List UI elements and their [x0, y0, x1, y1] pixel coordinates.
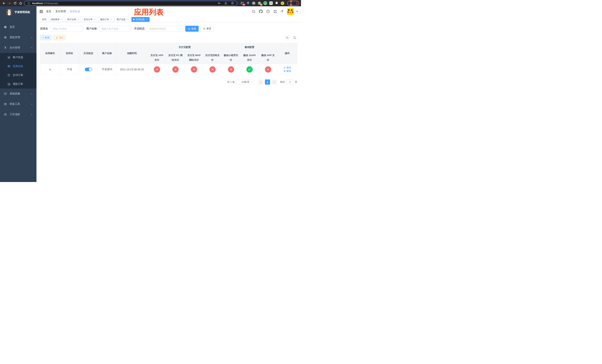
github-icon[interactable] [259, 10, 263, 13]
user-menu-caret-icon[interactable] [296, 11, 298, 12]
sidebar-item-研发工具[interactable]: 研发工具 [0, 99, 36, 109]
back-icon[interactable] [2, 1, 6, 5]
update-label: 更新 [290, 0, 295, 7]
bookmark-star-icon[interactable] [230, 1, 235, 5]
browser-menu-icon[interactable] [297, 2, 297, 5]
sidebar-item-基础设施[interactable]: 基础设施 [0, 88, 36, 99]
gem-extension-icon[interactable] [246, 1, 250, 5]
font-size-icon[interactable]: тT [280, 10, 283, 13]
app-name-input[interactable] [50, 26, 83, 32]
tab-商户信息[interactable]: 商户信息× [115, 17, 130, 22]
profile-avatar-icon[interactable] [281, 1, 284, 5]
sidebar-item-系统管理[interactable]: 系统管理 [0, 32, 36, 43]
adblock-extension-icon[interactable]: 10 [240, 1, 244, 5]
refresh-table-button[interactable] [292, 35, 297, 40]
sidebar-logo[interactable]: 芋道管理系统 [0, 6, 36, 18]
url-path: :1024/pay/app [43, 2, 58, 5]
share-icon[interactable] [224, 1, 228, 5]
reset-button[interactable]: 重置 [201, 26, 214, 32]
search-button-label: 搜索 [191, 27, 196, 30]
tab-close-icon[interactable]: × [127, 18, 129, 21]
tab-退款订单[interactable]: 退款订单× [98, 17, 114, 22]
sidebar-item-支付管理[interactable]: ¥支付管理 [0, 43, 36, 53]
search-button[interactable]: 搜索 [185, 26, 199, 32]
help-icon[interactable]: ? [266, 10, 270, 13]
group-header: 微信配置 [222, 43, 277, 52]
status-select[interactable] [147, 26, 183, 32]
show-search-toggle-button[interactable] [284, 35, 290, 40]
search-icon[interactable] [252, 10, 256, 13]
edit-button[interactable]: 修改 [283, 66, 291, 69]
tab-close-icon[interactable]: × [110, 18, 112, 21]
sidebar-item-退款订单[interactable]: 退款订单 [0, 80, 36, 88]
sub-column-header: 支付宝 WAP 网站支付 [185, 52, 203, 64]
breadcrumb-item[interactable]: 首页 [46, 10, 51, 13]
browser-update-button[interactable]: 更新 [287, 1, 299, 6]
forward-icon[interactable] [7, 1, 11, 5]
table-row: 6芋道芋道源码2021-10-23 08:49:25修改删除 [40, 64, 298, 75]
add-button-label: 新增 [45, 36, 49, 39]
document-icon [7, 83, 10, 86]
tab-流程表单[interactable]: 流程表单× [49, 17, 64, 22]
password-key-icon[interactable] [217, 1, 221, 5]
url-text: localhost:1024/pay/app [32, 2, 58, 5]
user-avatar[interactable] [287, 8, 294, 15]
home-icon[interactable] [19, 1, 22, 5]
cross-circle-icon [191, 66, 197, 73]
sidebar-item-商户信息[interactable]: 商户信息 [0, 53, 36, 62]
fullscreen-icon[interactable] [273, 10, 277, 13]
plus-icon: + [43, 36, 44, 39]
page-size-select[interactable]: 10条/页 [236, 79, 255, 85]
url-host: localhost [32, 2, 43, 5]
sidebar-item-首页[interactable]: 首页 [0, 22, 36, 32]
page-number-button[interactable]: 1 [265, 79, 270, 85]
export-button[interactable]: 导出 [53, 35, 65, 40]
chat-extension-icon[interactable] [269, 1, 273, 5]
tab-支付订单[interactable]: 支付订单× [82, 17, 97, 22]
tab-close-icon[interactable]: × [146, 18, 148, 21]
chevron-down-icon [31, 103, 33, 105]
reload-icon[interactable] [13, 1, 17, 5]
proxy-extension-icon[interactable]: 1 [258, 1, 261, 5]
tab-应用信息[interactable]: 应用信息× [131, 17, 150, 22]
column-header: 应用名 [60, 43, 79, 64]
sidebar-item-支付订单[interactable]: ¥支付订单 [0, 71, 36, 80]
gear-icon [4, 36, 7, 39]
command-extension-icon[interactable]: ⌘ [252, 1, 256, 5]
goto-page-input[interactable] [286, 79, 294, 85]
puzzle-extensions-icon[interactable] [275, 1, 279, 5]
sidebar-item-应用信息[interactable]: 应用信息 [0, 62, 36, 71]
tab-用户分组[interactable]: 用户分组× [65, 17, 81, 22]
status-select-input[interactable] [147, 26, 183, 32]
grid-icon [7, 65, 10, 68]
sidebar-item-工作流程[interactable]: 工作流程 [0, 109, 36, 120]
delete-button[interactable]: 删除 [283, 69, 291, 73]
monitor-icon [4, 92, 7, 95]
app-title: 芋道管理系统 [14, 11, 30, 14]
tab-close-icon[interactable]: × [61, 18, 63, 21]
cell-app-name: 芋道 [60, 64, 79, 75]
site-info-icon[interactable] [27, 1, 31, 5]
sub-column-header: 微信小程序支付 [222, 52, 240, 64]
sub-column-header: 微信 APP 支付 [259, 52, 277, 64]
sidebar-collapse-icon[interactable] [39, 10, 43, 13]
yen-icon: ¥ [4, 46, 7, 49]
address-bar[interactable]: localhost:1024/pay/app [24, 1, 237, 6]
sub-column-header: 微信 JSAPI 支付 [240, 52, 259, 64]
merchant-name-input[interactable] [99, 26, 131, 32]
prev-page-button[interactable] [258, 79, 263, 85]
tab-首页[interactable]: 首页 [40, 17, 48, 22]
breadcrumb-item[interactable]: 支付管理 [55, 10, 66, 13]
cell-created: 2021-10-23 08:49:25 [116, 64, 148, 75]
cell-pay-config [203, 64, 222, 75]
tab-close-icon[interactable]: × [77, 18, 79, 21]
page-annotation-title: 应用列表 [134, 7, 164, 17]
extensions-bar: 10 ⌘ 1 y [240, 1, 284, 5]
filter-form: 应用名 商户名称 开启状态 搜索 [40, 26, 297, 32]
next-page-button[interactable] [272, 79, 277, 85]
cell-pay-config [222, 64, 240, 75]
status-toggle[interactable] [85, 68, 92, 71]
add-button[interactable]: + 新增 [40, 35, 52, 40]
yuque-extension-icon[interactable]: y [263, 1, 267, 5]
tab-close-icon[interactable]: × [94, 18, 96, 21]
